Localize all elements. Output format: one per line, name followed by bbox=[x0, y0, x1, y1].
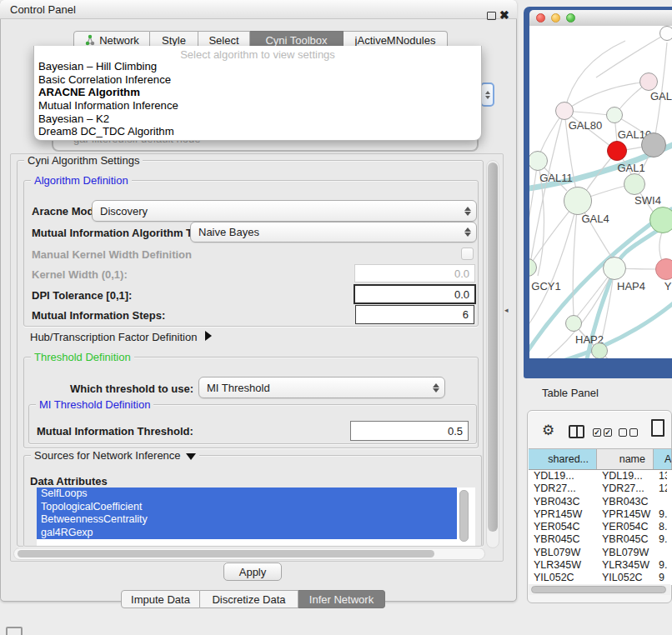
tab-infer-network[interactable]: Infer Network bbox=[298, 590, 385, 608]
floating-panel-icon[interactable] bbox=[6, 627, 23, 635]
collapsed-arrow-icon bbox=[205, 331, 212, 341]
mi-threshold-field[interactable]: 0.5 bbox=[350, 421, 469, 441]
settings-horizontal-scrollbar-thumb[interactable] bbox=[18, 550, 434, 558]
network-node[interactable] bbox=[606, 107, 623, 123]
float-window-icon[interactable] bbox=[487, 12, 496, 20]
focused-stepper-icon[interactable] bbox=[480, 82, 494, 107]
algorithm-option[interactable]: Bayesian – Hill Climbing bbox=[34, 60, 481, 73]
table-cell: YER054C bbox=[529, 521, 597, 533]
column-header-name[interactable]: name bbox=[597, 449, 654, 469]
mi-steps-field[interactable]: 6 bbox=[355, 305, 474, 324]
sources-group-title[interactable]: Sources for Network Inference bbox=[31, 449, 199, 462]
gear-icon[interactable]: ⚙ bbox=[542, 422, 554, 439]
close-icon[interactable]: ✖ bbox=[499, 8, 509, 22]
network-node[interactable] bbox=[565, 315, 582, 332]
network-node[interactable] bbox=[655, 258, 672, 280]
settings-vertical-scrollbar-thumb[interactable] bbox=[488, 162, 498, 532]
apply-button[interactable]: Apply bbox=[223, 562, 282, 581]
algorithm-option[interactable]: Bayesian – K2 bbox=[34, 112, 481, 126]
network-icon bbox=[84, 34, 96, 46]
data-attributes-list[interactable]: SelfLoopsTopologicalCoefficientBetweenne… bbox=[37, 488, 475, 546]
minimize-traffic-light-icon[interactable] bbox=[551, 13, 560, 22]
table-cell: YBR043C bbox=[529, 496, 597, 508]
network-node[interactable] bbox=[603, 257, 626, 280]
table-cell: YPR145W bbox=[597, 508, 654, 521]
hub-definition-toggle[interactable]: Hub/Transcription Factor Definition bbox=[30, 331, 212, 343]
attribute-list-item[interactable]: SelfLoops bbox=[37, 488, 457, 501]
column-header-partial[interactable]: A bbox=[654, 449, 672, 469]
network-node[interactable] bbox=[624, 173, 645, 195]
select-all-icon[interactable]: ✓✓ bbox=[593, 428, 612, 437]
network-node[interactable] bbox=[641, 132, 666, 158]
table-row[interactable]: YDR27...YDR27...12 bbox=[529, 482, 672, 495]
attribute-list-item[interactable]: TopologicalCoefficient bbox=[37, 501, 457, 514]
algorithm-option[interactable]: ARACNE Algorithm bbox=[34, 86, 481, 99]
attribute-list-item[interactable]: gal4RGexp bbox=[37, 527, 457, 540]
manual-kernel-checkbox[interactable] bbox=[461, 248, 474, 260]
table-row[interactable]: YBL079WYBL079W bbox=[529, 547, 672, 559]
network-node[interactable] bbox=[649, 207, 672, 233]
table-row[interactable]: YLR345WYLR345W9. bbox=[529, 559, 672, 572]
close-traffic-light-icon[interactable] bbox=[536, 13, 545, 22]
table-cell: YDL19... bbox=[529, 470, 597, 482]
table-body[interactable]: YDL19...YDL19...13YDR27...YDR27...12YBR0… bbox=[529, 470, 672, 585]
column-header-shared-name[interactable]: shared... bbox=[529, 449, 597, 469]
mi-threshold-value: 0.5 bbox=[448, 425, 463, 438]
table-row[interactable]: YBR043CYBR043C bbox=[529, 496, 672, 508]
data-attributes-label: Data Attributes bbox=[30, 475, 108, 488]
kernel-width-label: Kernel Width (0,1): bbox=[32, 268, 128, 281]
dpi-tolerance-field[interactable]: 0.0 bbox=[354, 284, 476, 304]
table-row[interactable]: YPR145WYPR145W9. bbox=[529, 508, 672, 521]
algorithm-definition-title: Algorithm Definition bbox=[31, 174, 132, 187]
columns-icon[interactable] bbox=[569, 425, 584, 438]
kernel-width-value: 0.0 bbox=[454, 268, 469, 280]
threshold-definition-title: Threshold Definition bbox=[31, 351, 134, 363]
tab-infer-network-label: Infer Network bbox=[309, 593, 374, 606]
network-node[interactable] bbox=[591, 342, 608, 358]
control-panel-titlebar[interactable]: Control Panel bbox=[0, 0, 517, 19]
stepper-icon bbox=[464, 228, 471, 237]
aracne-mode-value: Discovery bbox=[100, 205, 148, 218]
which-threshold-value: MI Threshold bbox=[207, 382, 270, 394]
network-node-label: GCY1 bbox=[531, 280, 560, 292]
algorithm-option[interactable]: Mutual Information Inference bbox=[34, 99, 481, 112]
network-node[interactable] bbox=[555, 102, 574, 120]
network-node[interactable] bbox=[564, 187, 592, 215]
table-header-row: shared... name A bbox=[529, 448, 672, 470]
table-cell bbox=[654, 547, 667, 559]
table-row[interactable]: YER054CYER054C8. bbox=[529, 521, 672, 533]
tab-impute-data[interactable]: Impute Data bbox=[121, 590, 200, 608]
splitter-collapse-icon[interactable]: ◂ bbox=[504, 306, 509, 314]
apply-button-label: Apply bbox=[239, 566, 267, 578]
tab-discretize-data[interactable]: Discretize Data bbox=[200, 590, 298, 608]
table-row[interactable]: YIL052CYIL052C9 bbox=[529, 572, 672, 584]
deselect-all-icon[interactable] bbox=[619, 428, 638, 437]
aracne-mode-select[interactable]: Discovery bbox=[92, 200, 477, 222]
list-scrollbar-thumb[interactable] bbox=[459, 490, 469, 542]
mi-type-select[interactable]: Naive Bayes bbox=[190, 222, 477, 242]
dpi-tolerance-label: DPI Tolerance [0,1]: bbox=[32, 289, 132, 302]
table-horizontal-scrollbar-thumb[interactable] bbox=[531, 586, 666, 593]
network-node[interactable] bbox=[607, 141, 627, 161]
algorithm-option[interactable]: Dream8 DC_TDC Algorithm bbox=[34, 125, 481, 138]
tab-jactivemnodules-label: jActiveMNodules bbox=[355, 34, 436, 47]
algorithm-option[interactable]: Basic Correlation Inference bbox=[34, 73, 481, 87]
network-node[interactable] bbox=[639, 72, 658, 91]
network-canvas[interactable]: GALGAL80GAL10GAL1GAL11SWI4GAL4GCY1HAP4YH… bbox=[529, 26, 672, 358]
table-row[interactable]: YDL19...YDL19...13 bbox=[529, 470, 672, 482]
attribute-list-item[interactable]: BetweennessCentrality bbox=[37, 513, 457, 527]
mi-steps-label: Mutual Information Steps: bbox=[32, 309, 165, 322]
kernel-width-field[interactable]: 0.0 bbox=[354, 264, 475, 282]
file-icon[interactable] bbox=[651, 419, 664, 437]
table-cell: YDR27... bbox=[529, 482, 597, 495]
network-window-titlebar[interactable] bbox=[529, 10, 672, 26]
network-node-label: GAL1 bbox=[617, 162, 644, 174]
table-row[interactable]: YBR045CYBR045C9. bbox=[529, 533, 672, 546]
network-node-label: HAP4 bbox=[617, 280, 645, 292]
network-node[interactable] bbox=[659, 26, 672, 41]
tab-network-label: Network bbox=[99, 34, 139, 47]
mi-threshold-label: Mutual Information Threshold: bbox=[37, 425, 193, 438]
which-threshold-label: Which threshold to use: bbox=[70, 382, 193, 395]
zoom-traffic-light-icon[interactable] bbox=[566, 13, 575, 22]
which-threshold-select[interactable]: MI Threshold bbox=[198, 377, 445, 398]
